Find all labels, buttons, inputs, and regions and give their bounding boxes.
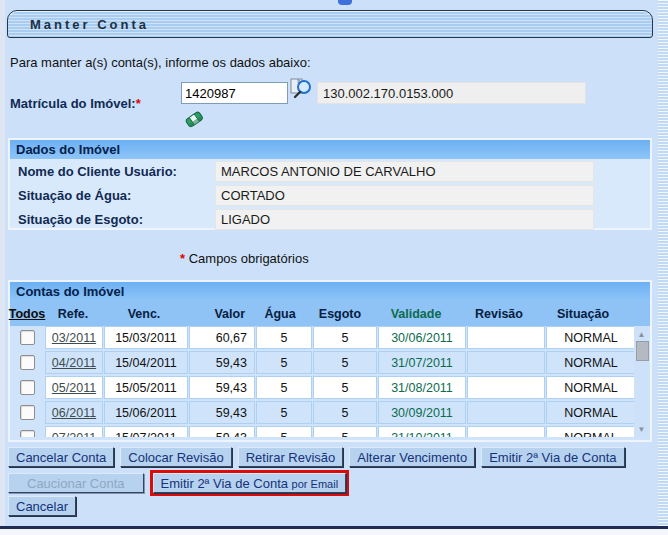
cell-situacao: NORMAL: [546, 401, 636, 424]
row-checkbox[interactable]: [20, 355, 35, 370]
column-header: Refe.: [44, 307, 102, 321]
cell-valor: 59,43: [189, 426, 255, 437]
field-row-esgoto: Situação de Esgoto: LIGADO: [10, 207, 650, 231]
page-title: Manter Conta: [30, 17, 149, 32]
button-row-2: Caucionar Conta Emitir 2ª Via de Conta p…: [8, 470, 349, 496]
column-header: Esgoto: [308, 307, 372, 321]
contas-rows: 03/201115/03/201160,675530/06/2011NORMAL…: [10, 326, 650, 437]
cancelar-conta-button[interactable]: Cancelar Conta: [8, 447, 114, 467]
refe-link[interactable]: 05/2011: [52, 381, 96, 395]
matricula-input[interactable]: [181, 82, 288, 104]
row-checkbox[interactable]: [20, 405, 35, 420]
column-header: Valor: [186, 307, 252, 321]
dados-imovel-section: Dados do Imóvel Nome do Cliente Usuário:…: [8, 138, 652, 230]
emitir-2via-email-button[interactable]: Emitir 2ª Via de Conta por Email: [153, 473, 347, 493]
field-row-agua: Situação de Água: CORTADO: [10, 183, 650, 207]
refe-link-cell: 06/2011: [45, 401, 103, 424]
cell-esgoto: 5: [313, 351, 377, 374]
cell-validade: 30/09/2011: [378, 401, 466, 424]
checkbox-cell: [10, 401, 44, 424]
cell-validade: 31/08/2011: [378, 376, 466, 399]
scroll-down-icon[interactable]: ▼: [634, 423, 649, 435]
cell-venc: 15/03/2011: [104, 326, 188, 349]
cell-revisao: [467, 426, 545, 437]
cell-agua: 5: [256, 326, 312, 349]
cell-agua: 5: [256, 351, 312, 374]
row-checkbox[interactable]: [20, 430, 35, 437]
cell-venc: 15/06/2011: [104, 401, 188, 424]
contas-imovel-section: Contas do Imóvel TodosRefe.Venc.ValorÁgu…: [8, 280, 652, 442]
decorative-glyph: [338, 0, 352, 5]
caucionar-conta-button: Caucionar Conta: [8, 473, 144, 493]
table-body: 03/201115/03/201160,675530/06/2011NORMAL…: [10, 326, 650, 437]
required-asterisk: *: [136, 96, 141, 111]
table-row: 03/201115/03/201160,675530/06/2011NORMAL: [10, 326, 650, 349]
cell-validade: 30/06/2011: [378, 326, 466, 349]
checkbox-cell: [10, 351, 44, 374]
highlight-red-box: Emitir 2ª Via de Conta por Email: [150, 470, 350, 496]
cell-validade: 31/10/2011: [378, 426, 466, 437]
table-header-row: TodosRefe.Venc.ValorÁguaEsgotoValidadeRe…: [10, 301, 650, 326]
refe-link-cell: 03/2011: [45, 326, 103, 349]
column-header: Situação: [538, 307, 628, 321]
cancelar-button[interactable]: Cancelar: [8, 496, 76, 516]
column-header: Revisão: [460, 307, 538, 321]
emitir-2via-button[interactable]: Emitir 2ª Via de Conta: [481, 447, 624, 467]
cell-revisao: [467, 351, 545, 374]
select-all-link[interactable]: Todos: [10, 307, 44, 321]
cell-valor: 59,43: [189, 376, 255, 399]
cell-revisao: [467, 326, 545, 349]
left-edge-strip: [0, 0, 5, 526]
manter-conta-page: Manter Conta Para manter a(s) conta(s), …: [0, 0, 668, 535]
column-header: Venc.: [102, 307, 186, 321]
contas-imovel-title: Contas do Imóvel: [10, 282, 650, 301]
alterar-vencimento-button[interactable]: Alterar Vencimento: [349, 447, 475, 467]
search-icon[interactable]: [289, 76, 315, 102]
dados-imovel-title: Dados do Imóvel: [10, 140, 650, 159]
cell-situacao: NORMAL: [546, 326, 636, 349]
refe-link-cell: 07/2011: [45, 426, 103, 437]
refe-link[interactable]: 03/2011: [52, 331, 96, 345]
row-checkbox[interactable]: [20, 330, 35, 345]
cell-esgoto: 5: [313, 426, 377, 437]
required-asterisk: *: [180, 251, 185, 266]
table-row: 07/201115/07/201159,435531/10/2011NORMAL: [10, 426, 650, 437]
cell-agua: 5: [256, 426, 312, 437]
table-row: 04/201115/04/201159,435531/07/2011NORMAL: [10, 351, 650, 374]
cell-situacao: NORMAL: [546, 376, 636, 399]
situacao-agua-value: CORTADO: [215, 185, 594, 206]
cell-venc: 15/07/2011: [104, 426, 188, 437]
nome-cliente-label: Nome do Cliente Usuário:: [18, 164, 177, 179]
refe-link[interactable]: 06/2011: [52, 406, 96, 420]
retirar-revisao-button[interactable]: Retirar Revisão: [238, 447, 344, 467]
refe-link-cell: 04/2011: [45, 351, 103, 374]
eraser-icon[interactable]: [182, 107, 206, 131]
scrollbar-thumb[interactable]: [636, 341, 649, 361]
row-checkbox[interactable]: [20, 380, 35, 395]
cell-venc: 15/04/2011: [104, 351, 188, 374]
button-row-3: Cancelar: [8, 496, 76, 516]
refe-link[interactable]: 07/2011: [52, 431, 96, 438]
page-title-bar: Manter Conta: [7, 10, 653, 38]
right-scroll-strip[interactable]: [658, 0, 668, 527]
cell-agua: 5: [256, 401, 312, 424]
intro-text: Para manter a(s) conta(s), informe os da…: [10, 55, 311, 70]
table-scrollbar[interactable]: ▲ ▼: [634, 326, 649, 437]
situacao-esgoto-value: LIGADO: [215, 209, 594, 230]
column-header: Água: [252, 307, 308, 321]
nome-cliente-value: MARCOS ANTONIO DE CARVALHO: [215, 161, 594, 182]
cell-venc: 15/05/2011: [104, 376, 188, 399]
button-row-1: Cancelar Conta Colocar Revisão Retirar R…: [8, 447, 625, 467]
column-header: Validade: [372, 307, 460, 321]
matricula-label: Matrícula do Imóvel:*: [10, 96, 141, 111]
cell-esgoto: 5: [313, 401, 377, 424]
table-row: 05/201115/05/201159,435531/08/2011NORMAL: [10, 376, 650, 399]
scroll-up-icon[interactable]: ▲: [634, 328, 649, 340]
cell-validade: 31/07/2011: [378, 351, 466, 374]
field-row-nome: Nome do Cliente Usuário: MARCOS ANTONIO …: [10, 159, 650, 183]
situacao-agua-label: Situação de Água:: [18, 188, 131, 203]
colocar-revisao-button[interactable]: Colocar Revisão: [120, 447, 231, 467]
refe-link[interactable]: 04/2011: [52, 356, 96, 370]
cell-esgoto: 5: [313, 376, 377, 399]
required-fields-note: * Campos obrigatórios: [180, 251, 309, 266]
